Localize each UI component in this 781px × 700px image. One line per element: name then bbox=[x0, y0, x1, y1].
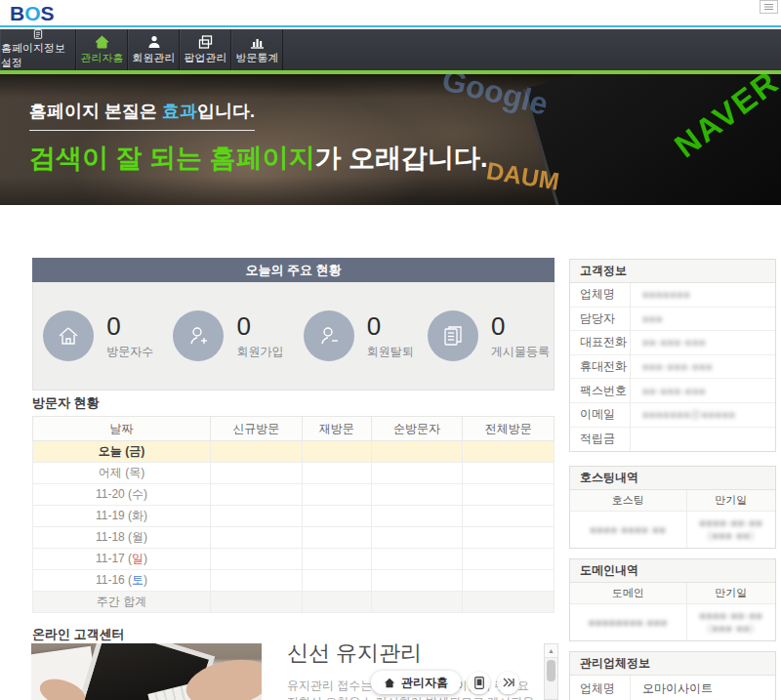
info-row: 담당자■■■ bbox=[570, 308, 775, 332]
nav-label: 팝업관리 bbox=[185, 51, 227, 65]
documents-icon bbox=[428, 310, 478, 361]
masked-expiry: ■■■■-■■-■■(■■■ ■■) bbox=[686, 511, 775, 548]
hero-copy: 홈페이지 본질은 효과입니다. 검색이 잘 되는 홈페이지가 오래갑니다. bbox=[29, 100, 488, 176]
table-row: 11-20 (수) bbox=[33, 484, 555, 506]
table-row: 11-18 (월) bbox=[33, 527, 555, 549]
masked-expiry: ■■■■-■■-■■(■■■ ■■) bbox=[686, 603, 775, 640]
domain-title: 도메인내역 bbox=[570, 559, 775, 583]
stat-value: 0 bbox=[367, 312, 414, 340]
support-photo bbox=[31, 643, 262, 700]
admin-dashboard-page: BOS 홈페이지정보설정 관리자홈 회원관리 팝업관리 방문통계 Google bbox=[0, 0, 781, 700]
support-post-title[interactable]: 신선 유지관리 bbox=[287, 638, 543, 668]
stat-label: 방문자수 bbox=[106, 344, 153, 360]
table-row: 어제 (목) bbox=[33, 463, 555, 484]
document-icon bbox=[31, 29, 45, 39]
visitors-section-title: 방문자 현황 bbox=[32, 394, 100, 412]
quickbar-admin-home-button[interactable]: 관리자홈 bbox=[371, 671, 461, 694]
window-control-button[interactable] bbox=[760, 0, 778, 14]
agency-info-title: 관리업체정보 bbox=[570, 652, 775, 676]
agency-name: 오마이사이트 bbox=[631, 676, 775, 700]
customer-info-title: 고객정보 bbox=[570, 260, 775, 283]
table-row: 11-16 (토) bbox=[33, 570, 555, 592]
hero-line1: 홈페이지 본질은 효과입니다. bbox=[29, 100, 255, 131]
home-icon bbox=[384, 678, 395, 688]
today-summary-body: 0방문자수 0회원가입 0회원탈퇴 0게시물등록 bbox=[32, 282, 555, 391]
menu-lines-icon bbox=[764, 3, 773, 11]
info-row: 업체명■■■■■■■ bbox=[570, 283, 775, 308]
info-row: 이메일■■■■■■■@■■■■■ bbox=[570, 403, 775, 428]
top-bar: BOS bbox=[0, 0, 781, 27]
hero-banner: Google NAVER DAUM 홈페이지 본질은 효과입니다. 검색이 잘 … bbox=[0, 74, 781, 205]
stat-label: 회원가입 bbox=[236, 344, 283, 360]
masked-value: ■■-■■■-■■■ bbox=[631, 379, 775, 402]
stat-signups: 0회원가입 bbox=[163, 310, 293, 361]
stat-label: 게시물등록 bbox=[491, 344, 550, 360]
person-minus-icon bbox=[304, 310, 354, 361]
hosting-title: 호스팅내역 bbox=[570, 467, 775, 490]
nav-label: 회원관리 bbox=[133, 51, 176, 65]
stat-posts: 0게시물등록 bbox=[424, 310, 554, 361]
today-summary-panel: 오늘의 주요 현황 0방문자수 0회원가입 0회원탈퇴 bbox=[32, 258, 555, 391]
stat-value: 0 bbox=[106, 312, 153, 340]
domain-header-row: 도메인만기일 bbox=[570, 583, 775, 603]
today-summary-title: 오늘의 주요 현황 bbox=[32, 258, 555, 282]
info-row: 휴대전화■■■-■■■-■■■ bbox=[570, 355, 775, 380]
masked-value: ■■■ bbox=[631, 308, 775, 331]
home-icon bbox=[43, 310, 94, 361]
nav-label: 관리자홈 bbox=[81, 51, 124, 65]
mobile-device-icon bbox=[474, 677, 484, 689]
stat-value: 0 bbox=[491, 312, 550, 340]
quickbar-collapse-button[interactable] bbox=[497, 672, 519, 694]
nav-item-visit-stats[interactable]: 방문통계 bbox=[231, 29, 283, 70]
visitors-header-row: 날짜 신규방문 재방문 순방문자 전체방문 bbox=[33, 417, 555, 441]
table-row: 11-17 (일) bbox=[33, 549, 555, 570]
stat-withdrawals: 0회원탈퇴 bbox=[294, 310, 424, 361]
nav-label: 홈페이지정보설정 bbox=[1, 41, 75, 70]
stat-label: 회원탈퇴 bbox=[367, 344, 414, 360]
customer-info-panel: 고객정보 업체명■■■■■■■ 담당자■■■ 대표전화■■-■■■-■■■ 휴대… bbox=[569, 259, 776, 452]
double-chevron-right-icon bbox=[503, 678, 514, 687]
domain-row: ■■■■■■■■.■■■ ■■■■-■■-■■(■■■ ■■) bbox=[570, 603, 775, 640]
masked-value: ■■■■■■■@■■■■■ bbox=[631, 403, 775, 427]
popup-windows-icon bbox=[198, 35, 213, 49]
masked-hosting-name: ■■■■ ■■■■ ■■ bbox=[570, 511, 686, 548]
nav-item-popups[interactable]: 팝업관리 bbox=[180, 29, 231, 70]
hosting-header-row: 호스팅만기일 bbox=[570, 490, 775, 511]
hosting-panel: 호스팅내역 호스팅만기일 ■■■■ ■■■■ ■■ ■■■■-■■-■■(■■■… bbox=[569, 466, 776, 549]
home-icon bbox=[95, 35, 109, 49]
bos-logo[interactable]: BOS bbox=[10, 2, 55, 25]
quickbar-mobile-view-button[interactable] bbox=[468, 672, 490, 694]
main-nav: 홈페이지정보설정 관리자홈 회원관리 팝업관리 방문통계 bbox=[0, 29, 781, 74]
person-plus-icon bbox=[173, 310, 224, 361]
empty-value bbox=[631, 428, 775, 452]
support-section-title: 온라인 고객센터 bbox=[32, 626, 125, 643]
info-row: 대표전화■■-■■■-■■■ bbox=[570, 331, 775, 355]
table-row: 11-19 (화) bbox=[33, 506, 555, 527]
table-row-today: 오늘 (금) bbox=[33, 441, 555, 463]
masked-domain-name: ■■■■■■■■.■■■ bbox=[570, 603, 686, 640]
support-scrollbar[interactable]: ▲ bbox=[544, 643, 558, 700]
agency-info-panel: 관리업체정보 업체명오마이사이트 bbox=[569, 651, 776, 700]
domain-panel: 도메인내역 도메인만기일 ■■■■■■■■.■■■ ■■■■-■■-■■(■■■… bbox=[569, 558, 776, 641]
visitors-table: 날짜 신규방문 재방문 순방문자 전체방문 오늘 (금) 어제 (목) 11-2… bbox=[32, 416, 555, 613]
stat-value: 0 bbox=[236, 312, 283, 340]
masked-value: ■■-■■■-■■■ bbox=[631, 331, 775, 354]
hero-line2: 검색이 잘 되는 홈페이지가 오래갑니다. bbox=[29, 141, 488, 176]
scroll-up-arrow-icon[interactable]: ▲ bbox=[545, 644, 557, 658]
hosting-row: ■■■■ ■■■■ ■■ ■■■■-■■-■■(■■■ ■■) bbox=[570, 511, 775, 548]
nav-item-admin-home[interactable]: 관리자홈 bbox=[76, 29, 128, 70]
nav-label: 방문통계 bbox=[236, 51, 279, 65]
bar-chart-icon bbox=[250, 35, 265, 49]
floating-quickbar: 관리자홈 bbox=[371, 671, 519, 694]
nav-item-members[interactable]: 회원관리 bbox=[128, 29, 180, 70]
stat-visitors: 0방문자수 bbox=[33, 310, 163, 361]
info-row: 팩스번호■■-■■■-■■■ bbox=[570, 379, 775, 403]
masked-value: ■■■-■■■-■■■ bbox=[631, 355, 775, 379]
masked-value: ■■■■■■■ bbox=[631, 283, 775, 307]
scrollbar-thumb[interactable] bbox=[547, 660, 555, 681]
info-row: 업체명오마이사이트 bbox=[570, 676, 775, 700]
table-row-weekly-total: 주간 합계 bbox=[33, 592, 555, 613]
info-row: 적립금 bbox=[570, 428, 775, 452]
person-icon bbox=[147, 35, 161, 49]
nav-item-site-settings[interactable]: 홈페이지정보설정 bbox=[0, 29, 76, 70]
